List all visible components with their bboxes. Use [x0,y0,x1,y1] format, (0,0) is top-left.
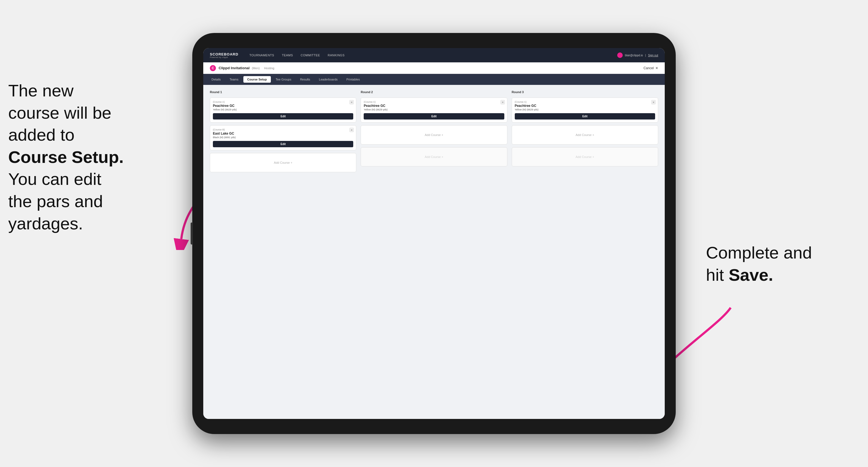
nav-logo: SCOREBOARD Powered by clippd [210,52,239,58]
tournament-cancel-button[interactable]: Cancel ✕ [644,66,658,70]
tab-leaderboards[interactable]: Leaderboards [315,76,341,83]
round-1-course-a-card: ✕ (Course A) Peachtree GC Yellow (M) (66… [210,97,356,123]
round-1-course-a-tee: Yellow (M) (6629 yds) [213,108,353,111]
tournament-type: (Men) [252,66,260,70]
nav-avatar [617,53,623,58]
tournament-logo: C [210,65,216,71]
annotation-left-line4: You can edit [8,169,101,188]
round-3-header: Round 3 [512,90,658,94]
round-1-course-a-name: Peachtree GC [213,104,353,108]
nav-email: blair@clippd.io [625,54,643,57]
round-3-column: Round 3 ✕ (Course A) Peachtree GC Yellow… [512,90,658,172]
round-2-add-course-disabled: Add Course + [361,147,507,166]
nav-logo-sub: Powered by clippd [210,56,239,58]
annotation-right-line2: hit [706,266,729,284]
tab-course-setup[interactable]: Course Setup [243,76,271,83]
round-2-course-a-delete[interactable]: ✕ [500,100,505,104]
tabs-bar: Details Teams Course Setup Tee Groups Re… [203,74,665,85]
annotation-left-line2: course will be [8,103,112,122]
round-1-course-b-name: East Lake GC [213,132,353,135]
annotation-left-line6: yardages. [8,214,83,233]
round-1-header: Round 1 [210,90,356,94]
annotation-right: Complete and hit Save. [706,242,860,286]
nav-logo-title: SCOREBOARD [210,52,239,56]
nav-signout[interactable]: Sign out [648,54,658,57]
round-2-header: Round 2 [361,90,507,94]
tab-details[interactable]: Details [208,76,225,83]
rounds-grid: Round 1 ✕ (Course A) Peachtree GC Yellow… [210,90,658,172]
annotation-right-line1: Complete and [706,243,812,262]
round-3-add-course-text: Add Course + [576,133,594,136]
nav-user: blair@clippd.io | Sign out [617,53,658,58]
round-1-course-a-label: (Course A) [213,100,353,103]
annotation-left-line3: added to [8,125,74,144]
round-3-course-a-edit-button[interactable]: Edit [515,113,655,120]
round-2-course-a-tee: Yellow (M) (6629 yds) [364,108,504,111]
tablet-screen: SCOREBOARD Powered by clippd TOURNAMENTS… [203,48,665,419]
round-3-course-a-tee: Yellow (M) (6629 yds) [515,108,655,111]
round-1-course-b-card: ✕ (Course B) East Lake GC Black (M) (689… [210,125,356,150]
round-1-add-course-text: Add Course + [274,161,292,164]
round-2-course-a-edit-button[interactable]: Edit [364,113,504,120]
nav-link-tournaments[interactable]: TOURNAMENTS [249,54,274,57]
round-1-course-a-delete[interactable]: ✕ [349,100,354,104]
round-2-course-a-name: Peachtree GC [364,104,504,108]
nav-links: TOURNAMENTS TEAMS COMMITTEE RANKINGS [249,54,609,57]
round-3-add-course-disabled-text: Add Course + [576,155,594,158]
tablet-side-button[interactable] [191,222,193,245]
round-2-course-a-label: (Course A) [364,100,504,103]
round-3-add-course-disabled: Add Course + [512,147,658,166]
round-3-course-a-name: Peachtree GC [515,104,655,108]
tab-tee-groups[interactable]: Tee Groups [272,76,295,83]
round-3-add-course-button[interactable]: Add Course + [512,125,658,145]
tournament-hosting: Hosting [264,66,274,70]
cancel-x-icon: ✕ [655,66,658,70]
tablet-device: SCOREBOARD Powered by clippd TOURNAMENTS… [192,33,676,434]
annotation-left-line1: The new [8,81,73,100]
round-2-course-a-card: ✕ (Course A) Peachtree GC Yellow (M) (66… [361,97,507,123]
round-3-course-a-delete[interactable]: ✕ [651,100,656,104]
round-1-course-a-edit-button[interactable]: Edit [213,113,353,120]
nav-link-committee[interactable]: COMMITTEE [301,54,320,57]
round-2-add-course-text: Add Course + [425,133,443,136]
tournament-name: Clippd Invitational [219,66,250,70]
round-2-column: Round 2 ✕ (Course A) Peachtree GC Yellow… [361,90,507,172]
round-3-course-a-card: ✕ (Course A) Peachtree GC Yellow (M) (66… [512,97,658,123]
main-content: Round 1 ✕ (Course A) Peachtree GC Yellow… [203,85,665,419]
round-1-course-b-label: (Course B) [213,128,353,131]
tab-results[interactable]: Results [296,76,314,83]
round-1-course-b-tee: Black (M) (6891 yds) [213,136,353,139]
nav-bar: SCOREBOARD Powered by clippd TOURNAMENTS… [203,48,665,62]
nav-link-rankings[interactable]: RANKINGS [328,54,344,57]
round-1-course-b-delete[interactable]: ✕ [349,128,354,132]
round-1-column: Round 1 ✕ (Course A) Peachtree GC Yellow… [210,90,356,172]
annotation-right-bold: Save. [729,266,773,284]
tab-printables[interactable]: Printables [343,76,364,83]
annotation-left: The new course will be added to Course S… [8,80,187,235]
round-1-course-b-edit-button[interactable]: Edit [213,141,353,147]
tournament-bar: C Clippd Invitational (Men) Hosting Canc… [203,62,665,74]
annotation-left-bold: Course Setup. [8,148,124,166]
round-2-add-course-disabled-text: Add Course + [425,155,443,158]
tournament-logo-letter: C [212,66,214,70]
round-3-course-a-label: (Course A) [515,100,655,103]
tab-teams[interactable]: Teams [226,76,242,83]
round-1-add-course-button[interactable]: Add Course + [210,153,356,172]
round-2-add-course-button[interactable]: Add Course + [361,125,507,145]
annotation-left-line5: the pars and [8,192,103,211]
nav-link-teams[interactable]: TEAMS [282,54,293,57]
